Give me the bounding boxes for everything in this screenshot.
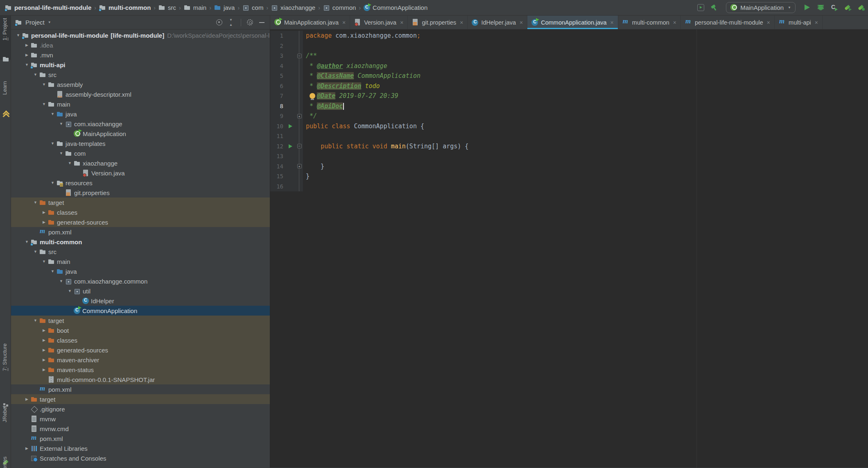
tree-item-src[interactable]: ▼src	[11, 70, 270, 80]
run-line-icon[interactable]	[289, 124, 292, 128]
breadcrumb-item-CommonApplication[interactable]: CommonApplication	[363, 4, 428, 11]
chevron-right-icon[interactable]: ▶	[23, 446, 31, 450]
toolwindow-button-favorites[interactable]: Favorites	[2, 457, 8, 468]
tab-CommonApplication.java[interactable]: CommonApplication.java×	[527, 16, 618, 29]
tree-item-multi-common-0.0.1-SNAPSHOT.jar[interactable]: multi-common-0.0.1-SNAPSHOT.jar	[11, 375, 270, 384]
tree-item-classes[interactable]: ▶classes	[11, 335, 270, 345]
breadcrumb-item-src[interactable]: src	[158, 4, 177, 11]
tree-item-multi-api[interactable]: ▼multi-api	[11, 60, 270, 70]
code-editor[interactable]: 1package com.xiaozhangge.common;23−/**4 …	[270, 30, 868, 468]
close-icon[interactable]: ×	[460, 19, 463, 26]
tree-item-com.xiaozhangge[interactable]: ▼com.xiaozhangge	[11, 119, 270, 129]
chevron-down-icon[interactable]: ▼	[32, 73, 39, 77]
chevron-down-icon[interactable]: ▼	[57, 122, 65, 126]
fold-marker-icon[interactable]: ▴	[297, 164, 302, 168]
tab-IdHelper.java[interactable]: IdHelper.java×	[468, 16, 527, 29]
chevron-down-icon[interactable]: ▼	[49, 141, 57, 145]
breadcrumb-item-com[interactable]: com	[242, 4, 264, 11]
tree-item-External Libraries[interactable]: ▶External Libraries	[11, 443, 270, 453]
tree-item-target[interactable]: ▼target	[11, 316, 270, 325]
close-icon[interactable]: ×	[342, 19, 346, 26]
tree-item-maven-archiver[interactable]: ▶maven-archiver	[11, 355, 270, 365]
jrebel-debug-button[interactable]	[858, 4, 865, 11]
tree-item-boot[interactable]: ▶boot	[11, 325, 270, 335]
chevron-down-icon[interactable]: ▼	[57, 151, 65, 155]
tab-personal-life-multi-module[interactable]: personal-life-multi-module×	[681, 16, 775, 29]
tree-item-mvnw.cmd[interactable]: mvnw.cmd	[11, 424, 270, 434]
tree-item-java[interactable]: ▼java	[11, 266, 270, 276]
learn-icon[interactable]	[2, 111, 9, 118]
chevron-right-icon[interactable]: ▶	[23, 397, 31, 401]
jrebel-run-button[interactable]	[844, 4, 851, 11]
tree-item-main[interactable]: ▼main	[11, 257, 270, 266]
breadcrumb-item-main[interactable]: main	[183, 4, 208, 11]
chevron-down-icon[interactable]: ▼	[66, 289, 74, 293]
run-config-selector[interactable]: MainApplication▼	[726, 2, 796, 13]
tree-item-main[interactable]: ▼main	[11, 99, 270, 109]
intention-bulb-icon[interactable]	[310, 93, 315, 99]
tree-item-xiaozhangge[interactable]: ▼xiaozhangge	[11, 158, 270, 168]
tab-MainApplication.java[interactable]: MainApplication.java×	[270, 16, 350, 29]
tree-item-.gitignore[interactable]: .gitignore	[11, 404, 270, 414]
tree-item-IdHelper[interactable]: IdHelper	[11, 296, 270, 306]
chevron-down-icon[interactable]: ▼	[14, 33, 22, 37]
breadcrumb-item-xiaozhangge[interactable]: xiaozhangge	[270, 4, 316, 11]
tab-multi-common[interactable]: multi-common×	[618, 16, 681, 29]
chevron-down-icon[interactable]: ▼	[40, 259, 48, 264]
tab-Version.java[interactable]: Version.java×	[350, 16, 408, 29]
tree-item-com[interactable]: ▼com	[11, 148, 270, 158]
tree-item-.mvn[interactable]: ▶.mvn	[11, 50, 270, 60]
chevron-down-icon[interactable]: ▼	[32, 200, 39, 204]
chevron-down-icon[interactable]: ▼	[32, 250, 39, 254]
toolwindow-button-jrebel[interactable]: JRebel	[2, 406, 8, 422]
toolwindow-button-learn[interactable]: Learn	[2, 81, 8, 95]
tree-item-generated-sources[interactable]: ▶generated-sources	[11, 217, 270, 227]
close-icon[interactable]: ×	[815, 19, 818, 26]
run-window-icon[interactable]	[697, 4, 704, 11]
chevron-right-icon[interactable]: ▶	[40, 210, 48, 214]
chevron-down-icon[interactable]: ▼	[40, 102, 48, 106]
chevron-down-icon[interactable]: ▼	[23, 63, 31, 67]
chevron-right-icon[interactable]: ▶	[40, 368, 48, 372]
tree-item-pom.xml[interactable]: pom.xml	[11, 434, 270, 443]
breadcrumb-item-common[interactable]: common	[322, 4, 357, 11]
tree-item-util[interactable]: ▼util	[11, 286, 270, 296]
toolwindow-button----structure[interactable]: 7: Structure	[2, 343, 8, 371]
chevron-right-icon[interactable]: ▶	[40, 338, 48, 342]
close-icon[interactable]: ×	[520, 19, 523, 26]
fold-marker-icon[interactable]: −	[297, 54, 302, 58]
collapse-all-icon[interactable]	[228, 19, 235, 26]
tree-item-Scratches and Consoles[interactable]: Scratches and Consoles	[11, 453, 270, 463]
breadcrumb-item-java[interactable]: java	[213, 4, 236, 11]
tree-item-Version.java[interactable]: Version.java	[11, 168, 270, 178]
tree-item-multi-common[interactable]: ▼multi-common	[11, 237, 270, 247]
tree-item-MainApplication[interactable]: MainApplication	[11, 129, 270, 139]
tree-item-git.properties[interactable]: git.properties	[11, 188, 270, 198]
locate-icon[interactable]	[216, 19, 222, 25]
build-hammer-icon[interactable]	[711, 4, 718, 11]
settings-icon[interactable]	[247, 19, 253, 25]
tree-item-assembly-descriptor.xml[interactable]: assembly-descriptor.xml	[11, 89, 270, 99]
tree-item-assembly[interactable]: ▼assembly	[11, 80, 270, 89]
chevron-down-icon[interactable]: ▼	[48, 20, 51, 24]
chevron-right-icon[interactable]: ▶	[40, 358, 48, 362]
chevron-right-icon[interactable]: ▶	[23, 43, 31, 47]
close-icon[interactable]: ×	[767, 19, 770, 26]
tree-item-.idea[interactable]: ▶.idea	[11, 40, 270, 50]
sb-folder[interactable]	[2, 56, 9, 62]
tree-item-pom.xml[interactable]: pom.xml	[11, 227, 270, 237]
tree-item-generated-sources[interactable]: ▶generated-sources	[11, 345, 270, 355]
run-button[interactable]	[804, 4, 811, 11]
run-line-icon[interactable]	[289, 144, 292, 148]
fold-marker-icon[interactable]: −	[297, 144, 302, 148]
chevron-right-icon[interactable]: ▶	[40, 328, 48, 332]
toolwindow-button----project[interactable]: 1: Project	[2, 18, 8, 41]
tree-item-mvnw[interactable]: mvnw	[11, 414, 270, 424]
tab-multi-api[interactable]: multi-api×	[775, 16, 823, 29]
tree-item-src[interactable]: ▼src	[11, 247, 270, 257]
chevron-down-icon[interactable]: ▼	[49, 112, 57, 116]
chevron-down-icon[interactable]: ▼	[66, 161, 74, 165]
chevron-right-icon[interactable]: ▶	[23, 53, 31, 57]
close-icon[interactable]: ×	[673, 19, 676, 26]
chevron-down-icon[interactable]: ▼	[49, 269, 57, 273]
